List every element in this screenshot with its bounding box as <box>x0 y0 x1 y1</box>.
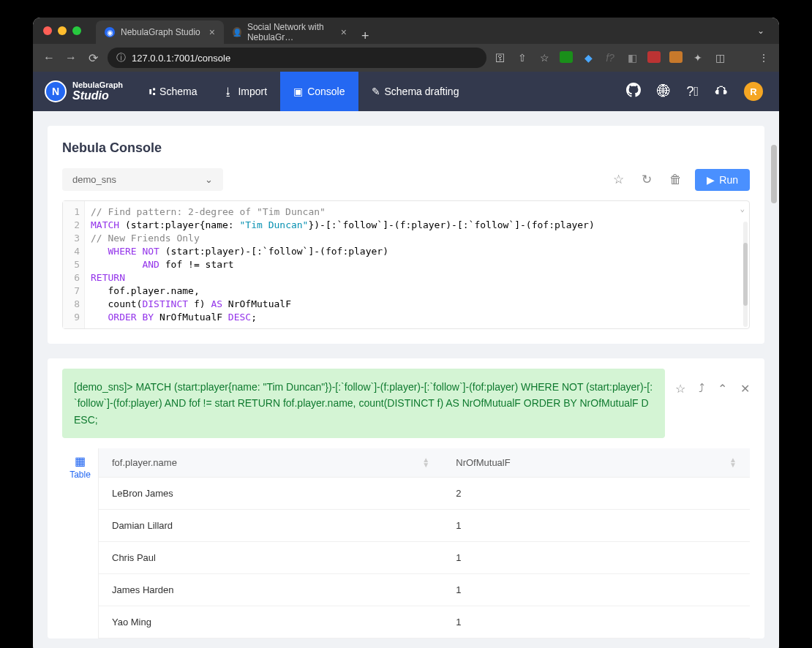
reload-button[interactable]: ⟳ <box>86 51 100 65</box>
database-select[interactable]: demo_sns ⌄ <box>62 168 223 191</box>
titlebar: ◉ NebulaGraph Studio × 👤 Social Network … <box>33 18 779 44</box>
run-button[interactable]: ▶ Run <box>695 169 750 191</box>
sort-icon[interactable]: ▲▼ <box>729 457 737 467</box>
favicon-icon: ◉ <box>105 27 115 37</box>
column-header[interactable]: fof.player.name ▲▼ <box>99 448 443 478</box>
tab-title: Social Network with NebulaGr… <box>247 22 332 42</box>
kebab-menu-icon[interactable]: ⋮ <box>757 52 770 64</box>
cell-count: 1 <box>443 574 750 606</box>
terminal-icon: ▣ <box>293 86 303 97</box>
editor-expand-icon[interactable]: ⌄ <box>740 204 745 214</box>
editor-scrollbar[interactable] <box>743 222 748 327</box>
line-gutter: 123456789 <box>63 201 85 328</box>
share-icon[interactable]: ⇧ <box>516 52 529 64</box>
github-icon[interactable] <box>626 83 641 101</box>
table-row[interactable]: Yao Ming1 <box>99 606 750 638</box>
app-header: N NebulaGraph Studio ⑆ Schema ⭳ Import ▣… <box>33 72 779 111</box>
browser-tabs: ◉ NebulaGraph Studio × 👤 Social Network … <box>96 18 369 44</box>
tab-title: NebulaGraph Studio <box>121 27 200 37</box>
extension-icon[interactable] <box>560 51 573 65</box>
tab-table[interactable]: ▦ Table <box>62 454 98 486</box>
browser-window: ◉ NebulaGraph Studio × 👤 Social Network … <box>33 18 779 648</box>
minimize-window-button[interactable] <box>58 26 67 35</box>
window-menu-icon[interactable]: ⌄ <box>757 26 769 36</box>
extension-icon[interactable] <box>647 51 661 65</box>
cell-count: 1 <box>443 606 750 638</box>
close-window-button[interactable] <box>43 26 52 35</box>
site-info-icon[interactable]: ⓘ <box>116 51 126 64</box>
new-tab-button[interactable]: + <box>361 29 369 44</box>
menu-console[interactable]: ▣ Console <box>280 72 358 111</box>
run-label: Run <box>719 174 738 186</box>
close-tab-icon[interactable]: × <box>209 26 215 38</box>
star-icon[interactable]: ☆ <box>675 382 685 396</box>
menu-label: Console <box>307 86 345 97</box>
code-area[interactable]: // Find pattern: 2-degree of "Tim Duncan… <box>85 201 749 328</box>
cell-name: James Harden <box>99 574 443 606</box>
cell-name: Damian Lillard <box>99 510 443 542</box>
extension-icon[interactable]: ◧ <box>625 52 639 64</box>
main-menu: ⑆ Schema ⭳ Import ▣ Console ✎ Schema dra… <box>136 72 472 111</box>
cell-count: 2 <box>443 478 750 510</box>
menu-drafting[interactable]: ✎ Schema drafting <box>358 72 473 111</box>
menu-label: Schema drafting <box>385 86 459 97</box>
extension-icon[interactable] <box>669 51 683 65</box>
key-icon[interactable]: ⚿ <box>494 52 507 64</box>
forward-button[interactable]: → <box>64 51 78 64</box>
cell-name: LeBron James <box>99 478 443 510</box>
branch-icon: ⑆ <box>149 86 155 97</box>
sidepanel-icon[interactable]: ◫ <box>713 52 726 64</box>
url-input[interactable]: ⓘ 127.0.0.1:7001/console <box>108 48 486 68</box>
database-selected-label: demo_sns <box>72 174 116 185</box>
star-icon[interactable]: ☆ <box>538 52 551 64</box>
url-text: 127.0.0.1:7001/console <box>132 53 230 64</box>
column-header[interactable]: NrOfMutualF ▲▼ <box>443 448 750 478</box>
favorite-icon[interactable]: ☆ <box>609 167 628 192</box>
globe-icon[interactable]: 🌐︎ <box>657 84 670 99</box>
content: Nebula Console demo_sns ⌄ ☆ ↻ 🗑 ▶ Run 12… <box>33 111 779 648</box>
sort-icon[interactable]: ▲▼ <box>422 457 429 467</box>
user-avatar[interactable]: R <box>744 82 763 101</box>
table-icon: ▦ <box>62 454 98 468</box>
extension-icon[interactable]: f? <box>604 52 617 64</box>
traffic-lights <box>43 26 81 35</box>
clear-icon[interactable]: 🗑 <box>665 168 686 192</box>
console-toolbar: demo_sns ⌄ ☆ ↻ 🗑 ▶ Run <box>62 167 750 192</box>
menu-label: Import <box>238 86 267 97</box>
result-actions: ☆ ⤴ ⌃ ✕ <box>675 369 750 396</box>
browser-action-icons: ⚿ ⇧ ☆ ◆ f? ◧ ✦ ◫ ⋮ <box>494 51 770 65</box>
result-body: ▦ Table fof.player.name ▲▼ <box>62 448 750 638</box>
header-actions: 🌐︎ ?⃝ 🎧︎ R <box>610 82 779 101</box>
download-icon: ⭳ <box>223 86 233 97</box>
menu-import[interactable]: ⭳ Import <box>210 72 280 111</box>
code-editor[interactable]: 123456789 // Find pattern: 2-degree of "… <box>62 200 750 329</box>
close-icon[interactable]: ✕ <box>740 382 750 396</box>
browser-tab-1[interactable]: 👤 Social Network with NebulaGr… × <box>224 20 356 44</box>
browser-tab-0[interactable]: ◉ NebulaGraph Studio × <box>96 20 224 44</box>
table-row[interactable]: Chris Paul1 <box>99 542 750 574</box>
menu-schema[interactable]: ⑆ Schema <box>136 72 210 111</box>
export-icon[interactable]: ⤴ <box>699 382 704 396</box>
logo[interactable]: N NebulaGraph Studio <box>45 80 123 102</box>
headset-icon[interactable]: 🎧︎ <box>715 84 728 99</box>
close-tab-icon[interactable]: × <box>341 26 347 38</box>
result-view-tabs: ▦ Table <box>62 448 99 638</box>
extension-icon[interactable]: ◆ <box>582 52 595 64</box>
cell-count: 1 <box>443 542 750 574</box>
console-title: Nebula Console <box>62 140 750 156</box>
maximize-window-button[interactable] <box>72 26 81 35</box>
play-icon: ▶ <box>707 174 715 186</box>
help-icon[interactable]: ?⃝ <box>686 84 699 99</box>
collapse-icon[interactable]: ⌃ <box>718 382 727 396</box>
history-icon[interactable]: ↻ <box>637 167 656 192</box>
logo-text: NebulaGraph Studio <box>72 80 123 102</box>
draft-icon: ✎ <box>372 86 380 97</box>
table-row[interactable]: LeBron James2 <box>99 478 750 510</box>
cell-count: 1 <box>443 510 750 542</box>
result-table: fof.player.name ▲▼ NrOfMutualF ▲▼ LeBron… <box>99 448 750 638</box>
extensions-icon[interactable]: ✦ <box>691 52 704 64</box>
table-row[interactable]: Damian Lillard1 <box>99 510 750 542</box>
back-button[interactable]: ← <box>42 51 56 64</box>
table-row[interactable]: James Harden1 <box>99 574 750 606</box>
page-scrollbar[interactable] <box>771 145 777 203</box>
